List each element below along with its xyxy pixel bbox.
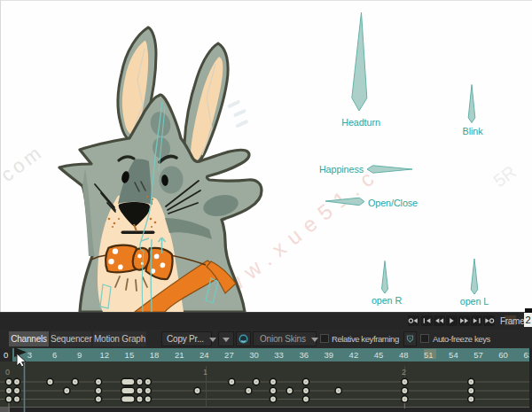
svg-text:Headturn: Headturn [341,117,380,128]
svg-text:2: 2 [402,368,406,377]
svg-text:5R: 5R [489,161,520,190]
svg-text:Happiness: Happiness [319,164,364,175]
svg-text:open L: open L [460,296,489,307]
svg-text:0: 0 [5,368,10,377]
svg-text:Open/Close: Open/Close [368,198,418,208]
svg-text:Blink: Blink [463,126,484,136]
svg-text:open R: open R [372,295,403,306]
svg-text:1: 1 [203,368,207,377]
svg-text:com: com [0,140,48,186]
